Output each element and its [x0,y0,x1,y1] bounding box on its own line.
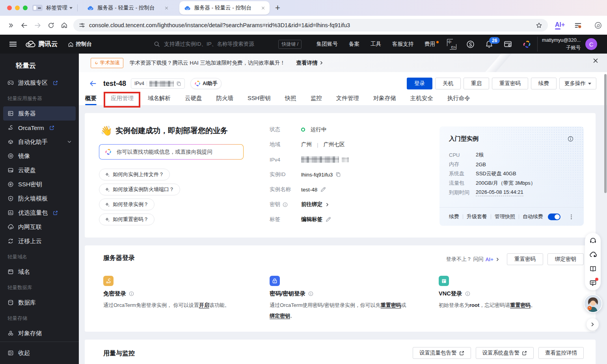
tab-run-commands[interactable]: 执行命令 [447,95,470,105]
info-icon[interactable] [568,136,573,142]
url-field[interactable]: console.cloud.tencent.com/lighthouse/ins… [73,19,548,32]
login-button[interactable]: 登录 [407,78,432,89]
bookmark-star-icon[interactable] [536,22,542,29]
sidebar-item-migration[interactable]: 迁移上云 [3,234,76,248]
tab-snapshots[interactable]: 快照 [285,95,296,105]
renew-button[interactable]: 续费 [531,78,557,89]
tab-overview[interactable]: 概要 [85,95,97,105]
reload-button[interactable] [44,19,58,32]
browser-tab-1[interactable]: 服务器 - 轻量云 - 控制台 [82,1,173,15]
sidebar-item-databases[interactable]: 数据库 [3,295,76,310]
forward-button[interactable] [31,19,44,32]
renew-link[interactable]: 续费 [449,213,459,220]
sidebar-collapse-button[interactable]: 收起 [0,342,79,364]
info-icon[interactable] [129,291,134,296]
console-home-link[interactable]: 控制台 [68,41,92,48]
upgrade-plan-link[interactable]: 升级套餐 [467,213,487,220]
reset-password-link[interactable]: 重置密码 [510,302,531,308]
sidebar-item-game-server[interactable]: 游戏服专区 [3,76,76,90]
notifications-bell[interactable]: 26 [485,40,493,48]
back-button[interactable] [17,19,31,32]
sidebar-item-orcaterm[interactable]: OrcaTerm [3,121,76,135]
copy-icon[interactable] [335,172,341,177]
edit-tags-link[interactable]: 编辑标签 [301,216,331,223]
reset-password-link[interactable]: 重置密码 [381,302,401,308]
tab-object-storage[interactable]: 对象存储 [373,95,396,105]
bind-key-link[interactable]: 绑定密钥 [270,313,290,319]
user-avatar[interactable]: C [585,38,597,50]
ai-pinwheel-icon[interactable] [523,40,531,48]
browser-ai-button[interactable]: AI+ [555,21,565,30]
extensions-overflow-icon[interactable] [4,19,17,32]
reset-password-button[interactable]: 重置密码 [492,78,528,89]
tab-monitoring[interactable]: 监控 [311,95,322,105]
menu-group-account[interactable]: 集团账号 [317,41,338,48]
tencent-cloud-logo[interactable]: 腾讯云 [25,39,58,49]
tab-firewall[interactable]: 防火墙 [216,95,234,105]
menu-hamburger-icon[interactable] [9,42,17,46]
sidebar-item-domains[interactable]: 域名 [3,265,76,279]
language-switch-icon[interactable]: 中 En [447,40,456,48]
headset-support-icon[interactable] [589,237,597,244]
more-options-icon[interactable] [568,214,574,220]
promo-link[interactable]: 查看详情 [296,59,324,67]
tab-close-icon[interactable] [164,6,169,11]
minimize-window-button[interactable] [15,6,20,10]
reading-list-icon[interactable] [574,22,582,29]
cloud-service-icon[interactable] [589,251,597,258]
new-tab-button[interactable]: + [275,3,280,13]
sidebar-item-firewall-templates[interactable]: 防火墙模板 [3,191,76,206]
enable-link[interactable]: 开启 [199,302,209,308]
menu-tools[interactable]: 工具 [371,41,381,48]
tab-group-icon[interactable] [32,5,43,11]
lighthouse-circle-icon[interactable] [466,40,475,48]
login-help-text[interactable]: 登录不上？ 问问AI+ [446,256,500,263]
edit-pencil-icon[interactable] [320,187,326,193]
sidebar-item-object-storage[interactable]: 对象存储 [3,326,76,340]
banner-close-icon[interactable] [593,58,598,63]
assistant-avatar[interactable] [584,294,602,313]
sidebar-item-servers[interactable]: 服务器 [3,106,76,121]
tab-close-icon[interactable] [261,6,266,11]
menu-icp[interactable]: 备案 [349,41,359,48]
info-icon[interactable] [308,291,313,296]
manage-snapshots-link[interactable]: 管理快照 [495,213,515,220]
site-settings-icon[interactable] [79,22,85,28]
sidebar-item-cloud-disk[interactable]: 云硬盘 [3,163,76,177]
browser-tab-2-active[interactable]: 服务器 - 轻量云 - 控制台 [179,1,270,15]
tab-group-label[interactable]: 标签管理 [46,4,73,11]
tab-dns[interactable]: 域名解析 [148,95,171,105]
set-disk-alarm-button[interactable]: 设置系统盘告警 [476,347,534,359]
home-button[interactable] [58,19,71,32]
suggested-question-login[interactable]: 如何登录实例？ [99,199,155,210]
edit-pencil-icon[interactable] [325,217,331,223]
menu-support[interactable]: 客服支持 [392,41,413,48]
sidebar-item-automation-assistant[interactable]: 自动化助手 [3,135,76,149]
bind-key-link[interactable]: 前往绑定 [301,201,330,208]
account-info[interactable]: mattymyu@320... 子账号 [537,37,581,52]
restart-button[interactable]: 重启 [464,78,489,89]
back-arrow-icon[interactable] [89,80,97,87]
feedback-chat-icon[interactable] [589,279,597,287]
auto-renew-toggle[interactable] [548,214,560,220]
bind-key-button[interactable]: 绑定密钥 [547,253,584,265]
sidebar-item-images[interactable]: 镜像 [3,149,76,163]
close-window-button[interactable] [7,6,12,10]
copy-icon[interactable] [176,81,181,86]
sidebar-item-vpc-connect[interactable]: 内网互联 [3,220,76,234]
view-monitor-details-button[interactable]: 查看监控详情 [538,347,584,359]
suggested-question-firewall[interactable]: 如何放通实例防火墙端口？ [99,184,180,195]
tab-app-management[interactable]: 应用管理 [111,95,134,105]
more-actions-button[interactable]: 更多操作 [559,78,596,89]
window-controls[interactable] [7,6,28,10]
info-icon[interactable] [465,291,470,296]
tab-ssh-keys[interactable]: SSH密钥 [248,95,271,105]
console-settings-icon[interactable] [504,40,512,48]
suggested-question-upload[interactable]: 如何向实例上传文件？ [99,169,170,180]
ai-assistant-button[interactable]: AI助手 [190,78,222,89]
tab-file-management[interactable]: 文件管理 [336,95,359,105]
suggested-question-password[interactable]: 如何重置密码？ [99,214,155,225]
global-search-input[interactable]: 支持通过实例ID、IP、名称等搜索资源 快捷键 / [154,40,302,49]
shutdown-button[interactable]: 关机 [435,78,461,89]
menu-billing[interactable]: 费用 [425,41,435,48]
